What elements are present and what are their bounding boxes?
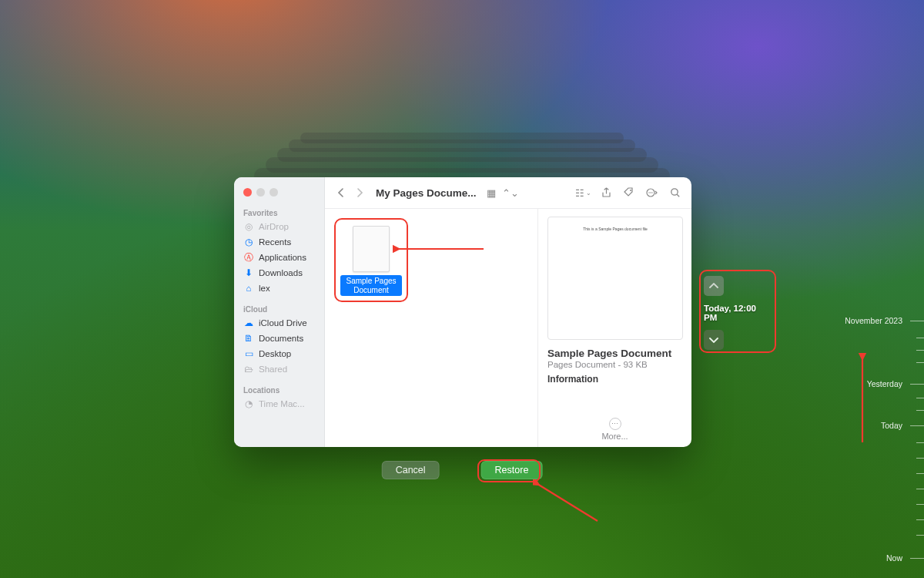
sidebar-item-label: iCloud Drive xyxy=(259,318,307,328)
group-button[interactable]: ☷⌄ xyxy=(574,184,591,201)
ellipsis-icon: ⋯ xyxy=(609,418,621,430)
sidebar-item-recents[interactable]: ◷Recents xyxy=(234,234,324,250)
apps-icon: Ⓐ xyxy=(243,252,254,263)
tag-button[interactable] xyxy=(621,184,638,201)
timeline-tick xyxy=(910,384,924,385)
finder-main: My Pages Docume... ▦ ⌃⌄ ☷⌄ Sample Pages … xyxy=(325,177,691,447)
timeline[interactable]: November 2023 Yesterday Today Now xyxy=(847,311,924,566)
svg-point-4 xyxy=(651,192,652,193)
sidebar: Favorites ◎AirDrop ◷Recents ⒶApplication… xyxy=(234,177,325,447)
finder-toolbar: My Pages Docume... ▦ ⌃⌄ ☷⌄ xyxy=(325,177,691,208)
sidebar-item-shared[interactable]: 🗁Shared xyxy=(234,361,324,377)
timeline-tick xyxy=(910,321,924,321)
sidebar-item-label: AirDrop xyxy=(259,222,289,231)
close-window-button[interactable] xyxy=(243,188,252,197)
restore-button[interactable]: Restore xyxy=(481,461,543,479)
preview-pane: This is a Sample Pages document file Sam… xyxy=(537,209,691,447)
sidebar-item-icloud-drive[interactable]: ☁iCloud Drive xyxy=(234,315,324,331)
preview-file-name: Sample Pages Document xyxy=(547,348,682,359)
sidebar-item-documents[interactable]: 🗎Documents xyxy=(234,331,324,346)
sidebar-item-label: Desktop xyxy=(259,349,291,358)
timeline-tick xyxy=(916,458,924,459)
nav-buttons xyxy=(333,184,368,201)
svg-point-2 xyxy=(648,192,649,193)
preview-thumbnail: This is a Sample Pages document file xyxy=(547,217,683,340)
search-button[interactable] xyxy=(667,184,684,201)
minimize-window-button[interactable] xyxy=(256,188,265,197)
preview-thumb-text: This is a Sample Pages document file xyxy=(583,227,648,231)
sidebar-item-desktop[interactable]: ▭Desktop xyxy=(234,346,324,361)
desktop-icon: ▭ xyxy=(243,348,254,359)
cloud-icon: ☁ xyxy=(243,318,254,328)
finder-window: Favorites ◎AirDrop ◷Recents ⒶApplication… xyxy=(234,177,691,447)
fullscreen-window-button[interactable] xyxy=(270,188,278,197)
timeline-label: Now xyxy=(886,553,902,563)
preview-info-header: Information xyxy=(547,374,682,385)
home-icon: ⌂ xyxy=(243,283,254,294)
timeline-tick xyxy=(910,558,924,559)
svg-point-0 xyxy=(630,190,631,191)
sidebar-section-header: iCloud xyxy=(234,302,324,315)
sidebar-item-applications[interactable]: ⒶApplications xyxy=(234,250,324,265)
sidebar-item-label: Time Mac... xyxy=(259,399,305,408)
cancel-button[interactable]: Cancel xyxy=(382,461,440,479)
dialog-button-bar: Cancel Restore xyxy=(382,461,543,479)
download-icon: ⬇ xyxy=(243,267,254,278)
file-item[interactable]: Sample Pages Document xyxy=(340,226,402,296)
file-name-label: Sample Pages Document xyxy=(340,275,402,296)
timeline-tick xyxy=(916,338,924,338)
window-title: My Pages Docume... xyxy=(376,187,477,199)
doc-icon: 🗎 xyxy=(243,333,254,344)
window-controls xyxy=(234,185,324,206)
file-grid[interactable]: Sample Pages Document xyxy=(325,209,537,447)
sidebar-item-airdrop[interactable]: ◎AirDrop xyxy=(234,219,324,234)
timeline-tick xyxy=(916,442,924,443)
sidebar-item-label: Downloads xyxy=(259,268,303,277)
preview-file-kind: Pages Document - 93 KB xyxy=(547,360,682,369)
preview-more[interactable]: ⋯ More... xyxy=(547,418,682,441)
action-button[interactable] xyxy=(644,184,661,201)
time-nav-up-button[interactable] xyxy=(704,276,724,296)
shared-icon: 🗁 xyxy=(243,364,254,375)
sidebar-section-header: Locations xyxy=(234,383,324,396)
sidebar-item-label: Applications xyxy=(259,253,306,262)
sidebar-item-downloads[interactable]: ⬇Downloads xyxy=(234,265,324,281)
share-button[interactable] xyxy=(598,184,614,201)
timeline-tick xyxy=(916,473,924,474)
sidebar-item-label: Recents xyxy=(259,237,291,247)
svg-point-3 xyxy=(650,192,651,193)
sidebar-section-header: Favorites xyxy=(234,206,324,219)
airdrop-icon: ◎ xyxy=(243,221,254,232)
svg-line-7 xyxy=(537,484,598,521)
timeline-label: Yesterday xyxy=(867,379,902,388)
timeline-tick xyxy=(916,362,924,363)
timeline-tick xyxy=(916,350,924,351)
timeline-tick xyxy=(916,535,924,536)
annotation-highlight-file: Sample Pages Document xyxy=(334,218,408,302)
sidebar-item-home[interactable]: ⌂lex xyxy=(234,281,324,296)
timemachine-icon: ◔ xyxy=(243,398,254,409)
timeline-tick xyxy=(916,504,924,505)
view-sort-icon[interactable]: ⌃⌄ xyxy=(506,184,515,201)
forward-button[interactable] xyxy=(351,184,368,201)
timeline-tick xyxy=(916,410,924,411)
sidebar-item-label: lex xyxy=(259,284,270,293)
timeline-tick xyxy=(910,425,924,426)
timeline-tick xyxy=(916,398,924,398)
sidebar-item-label: Shared xyxy=(259,365,287,374)
time-machine-nav: Today, 12:00 PM xyxy=(704,276,772,350)
timeline-label: Today xyxy=(881,421,902,430)
file-thumbnail xyxy=(353,226,390,272)
view-icon-button[interactable]: ▦ xyxy=(483,184,500,201)
time-nav-down-button[interactable] xyxy=(704,330,724,350)
preview-more-label: More... xyxy=(547,432,682,441)
time-nav-label: Today, 12:00 PM xyxy=(704,301,772,325)
annotation-arrow xyxy=(533,479,602,526)
back-button[interactable] xyxy=(333,184,350,201)
timeline-tick xyxy=(916,519,924,520)
clock-icon: ◷ xyxy=(243,237,254,247)
timeline-label: November 2023 xyxy=(845,316,902,325)
finder-content: Sample Pages Document This is a Sample P… xyxy=(325,208,691,447)
timeline-tick xyxy=(916,489,924,489)
sidebar-item-timemachine[interactable]: ◔Time Mac... xyxy=(234,396,324,412)
